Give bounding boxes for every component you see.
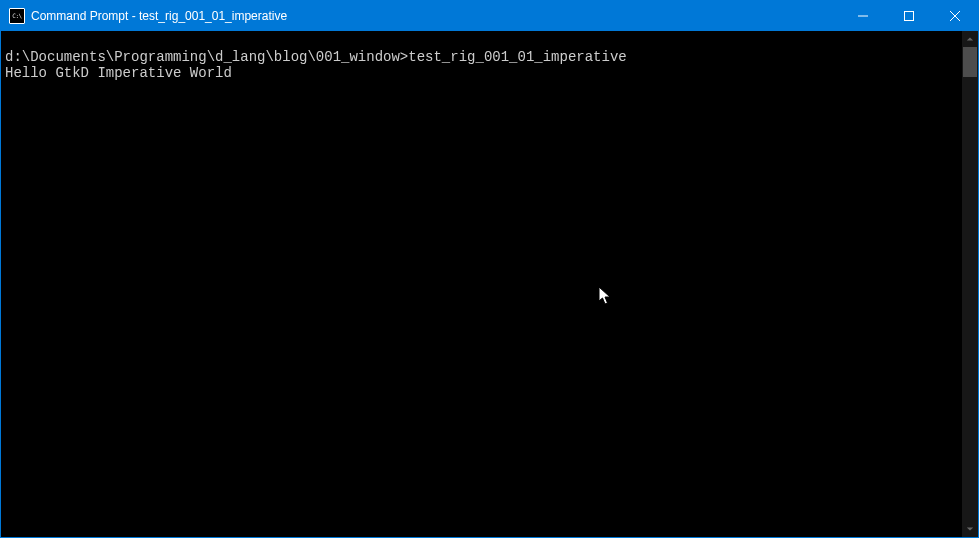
maximize-icon	[904, 11, 914, 21]
cmd-icon-text: C:\	[12, 13, 21, 19]
chevron-down-icon	[966, 525, 974, 533]
svg-rect-1	[905, 12, 914, 21]
titlebar[interactable]: C:\ Command Prompt - test_rig_001_01_imp…	[1, 1, 978, 31]
window-controls	[840, 1, 978, 31]
maximize-button[interactable]	[886, 1, 932, 31]
window: C:\ Command Prompt - test_rig_001_01_imp…	[0, 0, 979, 538]
minimize-icon	[858, 11, 868, 21]
blank-line	[5, 33, 960, 49]
prompt-path: d:\Documents\Programming\d_lang\blog\001…	[5, 49, 408, 65]
vertical-scrollbar[interactable]	[962, 31, 978, 537]
close-button[interactable]	[932, 1, 978, 31]
scroll-up-button[interactable]	[962, 31, 978, 47]
minimize-button[interactable]	[840, 1, 886, 31]
chevron-up-icon	[966, 35, 974, 43]
terminal-output[interactable]: d:\Documents\Programming\d_lang\blog\001…	[1, 31, 962, 537]
scroll-down-button[interactable]	[962, 521, 978, 537]
output-line: Hello GtkD Imperative World	[5, 65, 232, 81]
cmd-icon: C:\	[9, 8, 25, 24]
entered-command: test_rig_001_01_imperative	[408, 49, 626, 65]
scroll-thumb[interactable]	[963, 47, 977, 77]
client-area: d:\Documents\Programming\d_lang\blog\001…	[1, 31, 978, 537]
close-icon	[950, 11, 960, 21]
window-title: Command Prompt - test_rig_001_01_imperat…	[31, 9, 287, 23]
